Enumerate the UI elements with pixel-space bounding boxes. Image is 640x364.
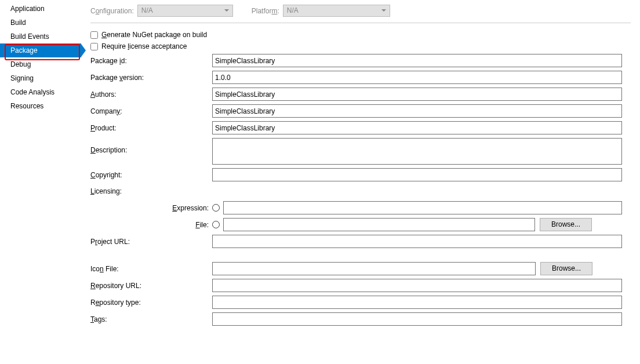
sidebar-item-debug[interactable]: Debug [0,57,81,71]
repo-type-label: Repository type: [90,299,212,307]
require-license-checkbox[interactable] [90,43,98,50]
expression-label: Expression: [90,204,212,212]
project-url-input[interactable] [212,235,622,248]
repo-url-input[interactable] [212,279,622,292]
product-input[interactable] [212,121,622,134]
product-label: Product: [90,124,212,132]
chevron-down-icon [381,9,386,12]
icon-file-label: Icon File: [90,265,212,273]
package-version-label: Package version: [90,74,212,82]
configuration-label: Configuration: [90,7,134,15]
file-label: File: [90,221,212,229]
tags-label: Tags: [90,315,212,323]
sidebar: Application Build Build Events Package D… [0,0,81,364]
require-license-label: Require license acceptance [101,42,187,50]
expression-radio[interactable] [212,204,220,212]
copyright-label: Copyright: [90,171,212,179]
expression-input[interactable] [223,201,622,214]
sidebar-item-application[interactable]: Application [0,2,81,16]
file-radio[interactable] [212,221,220,228]
configuration-dropdown: N/A [137,5,233,17]
sidebar-item-build-events[interactable]: Build Events [0,30,81,43]
company-input[interactable] [212,104,622,118]
licensing-label: Licensing: [90,187,212,195]
browse-file-button[interactable]: Browse... [540,218,592,231]
file-input[interactable] [223,218,535,231]
sidebar-item-package[interactable]: Package [0,43,81,57]
platform-dropdown: N/A [283,5,390,17]
authors-label: Authors: [90,90,212,99]
sidebar-item-build[interactable]: Build [0,16,81,30]
generate-package-label: Generate NuGet package on build [101,31,207,39]
icon-file-input[interactable] [212,262,536,275]
company-label: Company: [90,107,212,115]
description-input[interactable] [212,138,622,165]
copyright-input[interactable] [212,168,622,181]
authors-input[interactable] [212,88,622,101]
description-label: Description: [90,138,212,154]
repo-url-label: Repository URL: [90,282,212,290]
sidebar-item-resources[interactable]: Resources [0,99,81,113]
package-id-label: Package id: [90,57,212,65]
platform-label: Platform: [252,7,279,15]
sidebar-item-signing[interactable]: Signing [0,71,81,85]
browse-icon-button[interactable]: Browse... [540,262,592,275]
form-scroll-area[interactable]: Generate NuGet package on build Require … [90,29,631,354]
config-bar: Configuration: N/A Platform: N/A [90,5,631,23]
project-url-label: Project URL: [90,238,212,246]
chevron-down-icon [224,9,229,12]
generate-package-checkbox[interactable] [90,31,98,39]
package-id-input[interactable] [212,54,622,67]
main-panel: Configuration: N/A Platform: N/A Generat… [81,0,640,364]
sidebar-item-code-analysis[interactable]: Code Analysis [0,85,81,99]
tags-input[interactable] [212,312,622,326]
package-version-input[interactable] [212,71,622,84]
repo-type-input[interactable] [212,296,622,309]
